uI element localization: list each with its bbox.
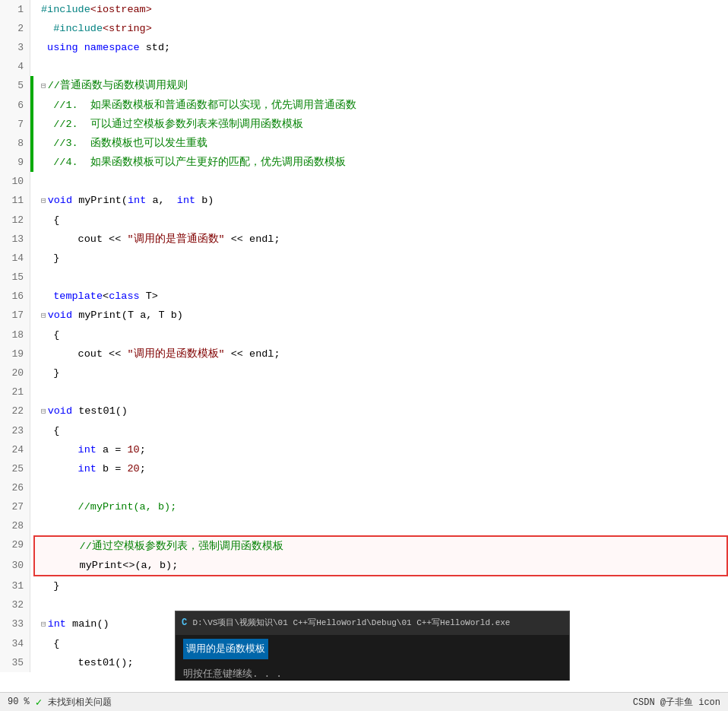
code-line-6: 6 //1. 如果函数模板和普通函数都可以实现，优先调用普通函数 [0, 96, 728, 115]
status-left: 90 % ✓ 未找到相关问题 [8, 696, 112, 709]
line-content-28 [33, 516, 728, 535]
line-num-2: 2 [0, 19, 30, 38]
line-content-19[interactable]: cout << "调用的是函数模板" << endl; [33, 344, 728, 363]
line-content-14[interactable]: } [33, 249, 728, 268]
line-content-8[interactable]: //3. 函数模板也可以发生重载 [33, 134, 728, 153]
line-content-18[interactable]: { [33, 325, 728, 344]
line-num-20: 20 [0, 363, 30, 382]
line-content-31[interactable]: } [33, 576, 728, 595]
line-num-18: 18 [0, 325, 30, 344]
status-check-icon: ✓ [36, 696, 42, 709]
terminal-title-bar: C D:\VS项目\视频知识\01 C++写HelloWorld\Debug\0… [176, 611, 569, 635]
code-line-18: 18 { [0, 325, 728, 344]
line-num-4: 4 [0, 57, 30, 76]
line-num-21: 21 [0, 382, 30, 402]
line-content-26 [33, 478, 728, 497]
line-content-10 [33, 172, 728, 191]
line-num-34: 34 [0, 634, 30, 653]
line-content-2[interactable]: #include<string> [33, 19, 728, 38]
status-bar: 90 % ✓ 未找到相关问题 CSDN @子非鱼 icon [0, 692, 728, 711]
code-line-27: 27 //myPrint(a, b); [0, 497, 728, 516]
code-line-15: 15 [0, 268, 728, 287]
code-line-8: 8 //3. 函数模板也可以发生重载 [0, 134, 728, 153]
line-content-13[interactable]: cout << "调用的是普通函数" << endl; [33, 230, 728, 249]
editor-container: 1 #include<iostream> 2 #include<string> … [0, 0, 728, 681]
line-num-5: 5 [0, 76, 30, 96]
code-line-23: 23 { [0, 421, 728, 440]
line-content-25[interactable]: int b = 20; [33, 459, 728, 478]
line-num-13: 13 [0, 230, 30, 249]
terminal-popup: C D:\VS项目\视频知识\01 C++写HelloWorld\Debug\0… [175, 611, 570, 681]
line-content-4 [33, 57, 728, 76]
line-num-30: 30 [0, 556, 30, 576]
line-content-27[interactable]: //myPrint(a, b); [33, 497, 728, 516]
code-line-24: 24 int a = 10; [0, 440, 728, 459]
line-content-1[interactable]: #include<iostream> [33, 0, 728, 19]
code-line-10: 10 [0, 172, 728, 191]
line-content-16[interactable]: template<class T> [33, 287, 728, 306]
line-num-29: 29 [0, 535, 30, 556]
code-area: 1 #include<iostream> 2 #include<string> … [0, 0, 728, 672]
code-line-5: 5 ⊟//普通函数与函数模调用规则 [0, 76, 728, 96]
code-line-3: 3 using namespace std; [0, 38, 728, 57]
line-num-11: 11 [0, 191, 30, 211]
line-content-23[interactable]: { [33, 421, 728, 440]
status-message: 未找到相关问题 [48, 696, 112, 709]
line-content-9[interactable]: //4. 如果函数模板可以产生更好的匹配，优先调用函数模板 [33, 153, 728, 172]
code-line-14: 14 } [0, 249, 728, 268]
line-content-11[interactable]: ⊟void myPrint(int a, int b) [33, 191, 728, 211]
line-content-30[interactable]: myPrint<>(a, b); [33, 556, 728, 576]
line-num-8: 8 [0, 134, 30, 153]
line-content-12[interactable]: { [33, 211, 728, 230]
code-line-9: 9 //4. 如果函数模板可以产生更好的匹配，优先调用函数模板 [0, 153, 728, 172]
line-content-20[interactable]: } [33, 363, 728, 382]
code-line-19: 19 cout << "调用的是函数模板" << endl; [0, 344, 728, 363]
code-line-21: 21 [0, 382, 728, 402]
line-num-1: 1 [0, 0, 30, 19]
line-content-6[interactable]: //1. 如果函数模板和普通函数都可以实现，优先调用普通函数 [33, 96, 728, 115]
code-line-31: 31 } [0, 576, 728, 595]
line-content-29[interactable]: //通过空模板参数列表，强制调用函数模板 [33, 535, 728, 556]
code-line-30: 30 myPrint<>(a, b); [0, 556, 728, 576]
line-num-6: 6 [0, 96, 30, 115]
code-line-16: 16 template<class T> [0, 287, 728, 306]
code-line-13: 13 cout << "调用的是普通函数" << endl; [0, 230, 728, 249]
line-num-23: 23 [0, 421, 30, 440]
line-num-35: 35 [0, 653, 30, 672]
code-line-17: 17 ⊟void myPrint(T a, T b) [0, 306, 728, 325]
line-num-17: 17 [0, 306, 30, 325]
line-content-3[interactable]: using namespace std; [33, 38, 728, 57]
line-content-24[interactable]: int a = 10; [33, 440, 728, 459]
line-num-14: 14 [0, 249, 30, 268]
line-content-5[interactable]: ⊟//普通函数与函数模调用规则 [33, 76, 728, 96]
line-content-17[interactable]: ⊟void myPrint(T a, T b) [33, 306, 728, 325]
line-num-12: 12 [0, 211, 30, 230]
line-num-3: 3 [0, 38, 30, 57]
code-line-28: 28 [0, 516, 728, 535]
line-num-9: 9 [0, 153, 30, 172]
line-content-7[interactable]: //2. 可以通过空模板参数列表来强制调用函数模板 [33, 115, 728, 134]
line-num-27: 27 [0, 497, 30, 516]
code-line-20: 20 } [0, 363, 728, 382]
line-num-22: 22 [0, 402, 30, 421]
line-num-15: 15 [0, 268, 30, 287]
line-num-26: 26 [0, 478, 30, 497]
code-line-33: 33 ⊟int main() C D:\VS项目\视频知识\01 C++写Hel… [0, 614, 728, 634]
terminal-content: 调用的是函数模板 [176, 635, 569, 663]
code-line-4: 4 [0, 57, 728, 76]
line-num-24: 24 [0, 440, 30, 459]
zoom-level: 90 % [8, 697, 30, 707]
status-right: CSDN @子非鱼 icon [633, 696, 720, 709]
line-content-22[interactable]: ⊟void test01() [33, 402, 728, 421]
line-num-32: 32 [0, 595, 30, 614]
line-num-19: 19 [0, 344, 30, 363]
line-num-25: 25 [0, 459, 30, 478]
line-content-15 [33, 268, 728, 287]
line-num-33: 33 [0, 614, 30, 634]
code-line-25: 25 int b = 20; [0, 459, 728, 478]
terminal-dim-text: 明按任意键继续. . . [183, 668, 282, 680]
terminal-title: D:\VS项目\视频知识\01 C++写HelloWorld\Debug\01 … [192, 618, 510, 627]
attribution: CSDN @子非鱼 icon [633, 697, 720, 708]
line-num-28: 28 [0, 516, 30, 535]
code-line-2: 2 #include<string> [0, 19, 728, 38]
